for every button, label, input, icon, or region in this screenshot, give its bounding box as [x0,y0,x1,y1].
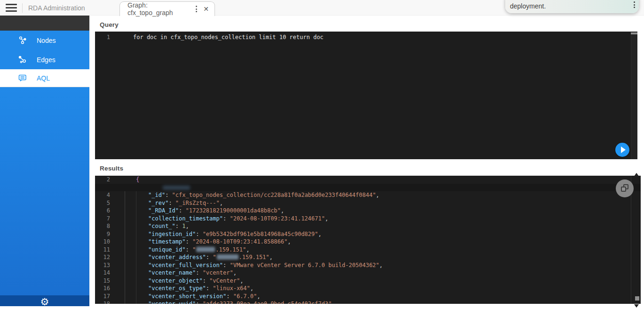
tab-rda-administration[interactable]: RDA Administration [22,0,119,16]
hamburger-menu-icon[interactable] [6,4,17,12]
scroll-down-arrow-icon[interactable] [634,304,639,308]
sidebar-footer: ⚙ [0,295,89,306]
line-number: 18 [95,301,116,304]
query-scrollbar-track[interactable] [631,32,637,159]
line-number: 11 [95,246,116,253]
result-line-redacted [95,184,641,192]
line-number: 7 [95,215,116,222]
line-number: 5 [95,200,116,206]
line-number: 16 [95,285,116,292]
results-section-title: Results [100,165,123,172]
line-number: 4 [95,192,116,198]
sidebar-item-label: Nodes [37,37,56,44]
result-line: 16 vcenter_os_type: linux-x64, [95,285,641,293]
result-line: 8 count_: 1, [95,222,641,230]
redacted-content [163,186,190,190]
redacted-value [196,247,215,252]
sidebar-item-nodes[interactable]: Nodes [0,31,89,50]
result-line: 4 _id: cfx_topo_nodes_collection/cc228a8… [95,191,641,199]
result-line: 12 vcenter_address: .159.151, [95,253,641,261]
result-line: 14 vcenter_name: vcenter, [95,269,641,277]
result-line: 5 _rev: _iRsZztq---, [95,199,641,207]
line-number: 13 [95,262,116,268]
copy-results-button[interactable] [616,179,634,197]
sidebar-item-edges[interactable]: Edges [0,50,89,69]
query-line: 1 for doc in cfx_topo_nodes_collection l… [95,32,637,40]
sidebar-top-strip [0,16,89,31]
chat-bubble-icon [17,73,28,83]
sidebar-item-aql[interactable]: AQL [0,69,89,87]
sidebar: Nodes Edges AQL ⚙ [0,16,89,306]
scroll-up-arrow-icon[interactable] [634,173,639,176]
result-line: 18 vcenter_uuid: afdc3273-98ea-4ae0-9bed… [95,300,641,304]
result-line: 7 collection_timestamp: 2024-08-10T09:23… [95,215,641,223]
tab-close-icon[interactable]: ✕ [203,6,209,12]
result-line: 15 vcenter_object: vCenter, [95,277,641,285]
aql-query-editor[interactable]: 1 for doc in cfx_topo_nodes_collection l… [95,32,637,159]
toast-text: deployment. [510,2,546,10]
tab-graph-cfx-topo-graph[interactable]: Graph: cfx_topo_graph ✕ [119,1,215,16]
line-number: 8 [95,223,116,229]
query-scrollbar-thumb[interactable] [631,33,637,34]
tab-menu-kebab-icon[interactable] [193,5,199,13]
scrollbar-thumb[interactable] [635,296,639,301]
query-section-title: Query [100,21,119,28]
toast-kebab-icon[interactable] [631,1,637,8]
notification-toast: deployment. [505,0,639,13]
line-number: 12 [95,254,116,260]
line-number: 1 [95,34,116,41]
sidebar-item-label: AQL [37,74,50,82]
gear-icon[interactable]: ⚙ [40,297,49,307]
sidebar-background [0,87,89,295]
line-number: 9 [95,231,116,237]
result-line: 10 timestamp: 2024-08-10T09:23:41.858866… [95,238,641,246]
result-line: 2 { [95,176,641,184]
play-icon [621,146,626,153]
result-line: 9 ingestion_id: e9b5342bdf961e5b814968a4… [95,230,641,238]
result-line: 17 vcenter_short_version: 6.7.0, [95,293,641,301]
result-line: 11 unique_id: .159.151, [95,246,641,254]
app-tab-label: RDA Administration [28,4,85,12]
result-line: 13 vcenter_full_version: VMware vCenter … [95,261,641,269]
results-viewer[interactable]: 2 { 4 _id: cfx_topo_nodes_collection/cc2… [95,176,641,304]
line-number: 6 [95,207,116,214]
sidebar-item-label: Edges [37,56,56,64]
line-number: 2 [95,176,116,183]
line-number: 10 [95,238,116,245]
line-number: 17 [95,293,116,300]
line-number: 14 [95,269,116,276]
line-number: 15 [95,277,116,284]
result-line: 6 _RDA_Id: 172328182190000001da48b8cb, [95,207,641,215]
edges-icon [17,55,28,65]
run-query-button[interactable] [615,143,629,157]
query-code: for doc in cfx_topo_nodes_collection lim… [116,34,324,41]
redacted-value [217,254,239,260]
graph-tab-label: Graph: cfx_topo_graph [127,1,193,16]
nodes-icon [17,36,28,45]
copy-icon [621,187,626,192]
